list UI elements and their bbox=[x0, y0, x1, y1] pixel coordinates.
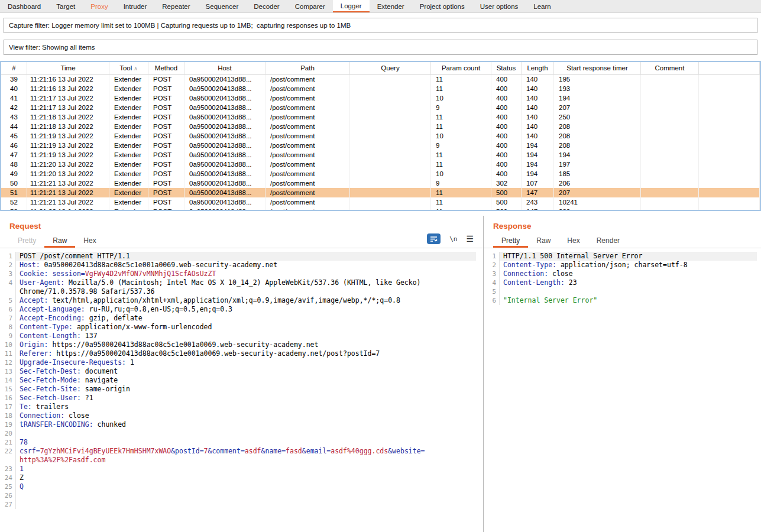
request-editor[interactable]: 1POST /post/comment HTTP/1.12Host: 0a950… bbox=[0, 248, 483, 509]
code-text[interactable]: Host: 0a9500020413d88ac08c5c1e001a0069.w… bbox=[16, 261, 476, 270]
code-text[interactable]: Chrome/71.0.3578.98 Safari/537.36 bbox=[16, 287, 476, 296]
tab-user-options[interactable]: User options bbox=[472, 0, 526, 12]
table-row[interactable]: 4711:21:19 13 Jul 2022ExtenderPOST0a9500… bbox=[1, 150, 760, 160]
column-header-start-response-timer[interactable]: Start response timer bbox=[554, 62, 641, 74]
code-text[interactable]: Content-Length: 23 bbox=[500, 278, 757, 287]
tab-raw[interactable]: Raw bbox=[528, 233, 559, 248]
code-text[interactable]: Cookie: session=VgFWy4D2vMfON7vMNMhjQ1Sc… bbox=[16, 270, 476, 278]
table-row[interactable]: 4111:21:17 13 Jul 2022ExtenderPOST0a9500… bbox=[1, 93, 760, 103]
code-text[interactable]: 78 bbox=[16, 438, 476, 447]
tab-decoder[interactable]: Decoder bbox=[246, 0, 287, 12]
table-cell: Extender bbox=[109, 93, 148, 103]
code-text[interactable]: Accept-Encoding: gzip, deflate bbox=[16, 314, 476, 323]
code-text[interactable]: User-Agent: Mozilla/5.0 (Macintosh; Inte… bbox=[16, 278, 476, 287]
line-number: 15 bbox=[0, 385, 16, 394]
column-header-length[interactable]: Length bbox=[522, 62, 554, 74]
code-line: 3Cookie: session=VgFWy4D2vMfON7vMNMhjQ1S… bbox=[0, 270, 483, 278]
tab-dashboard[interactable]: Dashboard bbox=[0, 0, 48, 12]
code-text[interactable]: Upgrade-Insecure-Requests: 1 bbox=[16, 358, 476, 367]
code-line: 9Content-Length: 137 bbox=[0, 332, 483, 340]
code-line: 14Sec-Fetch-Mode: navigate bbox=[0, 376, 483, 385]
table-row[interactable]: 3911:21:16 13 Jul 2022ExtenderPOST0a9500… bbox=[1, 74, 760, 84]
code-text[interactable]: Content-Type: application/x-www-form-url… bbox=[16, 323, 476, 332]
code-text[interactable]: Content-Type: application/json; charset=… bbox=[500, 261, 757, 270]
table-row[interactable]: 4211:21:17 13 Jul 2022ExtenderPOST0a9500… bbox=[1, 103, 760, 112]
table-row[interactable]: 5311:21:22 13 Jul 2022ExtenderPOST0a9500… bbox=[1, 207, 760, 210]
pretty-print-icon[interactable] bbox=[427, 233, 441, 244]
code-line: 25Q bbox=[0, 482, 483, 491]
code-text[interactable]: Sec-Fetch-Mode: navigate bbox=[16, 376, 476, 385]
code-text[interactable]: tRANSFER-ENCODING: chunked bbox=[16, 420, 476, 429]
column-header-comment[interactable]: Comment bbox=[641, 62, 699, 74]
tab-repeater[interactable]: Repeater bbox=[154, 0, 197, 12]
table-row[interactable]: 4911:21:20 13 Jul 2022ExtenderPOST0a9500… bbox=[1, 169, 760, 179]
code-text[interactable]: Q bbox=[16, 482, 476, 491]
table-row[interactable]: 4611:21:19 13 Jul 2022ExtenderPOST0a9500… bbox=[1, 141, 760, 150]
code-text[interactable]: Referer: https://0a9500020413d88ac08c5c1… bbox=[16, 349, 476, 358]
code-text[interactable]: csrf=7gYzhMCiFvi4gBEyUEEk7HmHSHM7xWAO&po… bbox=[16, 447, 476, 456]
table-cell bbox=[350, 103, 431, 112]
table-row[interactable]: 5011:21:21 13 Jul 2022ExtenderPOST0a9500… bbox=[1, 179, 760, 188]
code-text[interactable] bbox=[16, 500, 476, 509]
code-text[interactable]: Sec-Fetch-Site: same-origin bbox=[16, 385, 476, 394]
response-editor[interactable]: 1HTTP/1.1 500 Internal Server Error2Cont… bbox=[484, 248, 761, 305]
tab-hex[interactable]: Hex bbox=[559, 233, 588, 248]
code-text[interactable] bbox=[500, 287, 757, 296]
code-text[interactable]: http%3A%2F%2Fasdf.com bbox=[16, 456, 476, 465]
code-text[interactable]: "Internal Server Error" bbox=[500, 296, 757, 305]
code-text[interactable] bbox=[16, 491, 476, 500]
tab-learn[interactable]: Learn bbox=[526, 0, 558, 12]
code-text[interactable]: Sec-Fetch-User: ?1 bbox=[16, 394, 476, 403]
column-header-time[interactable]: Time bbox=[27, 62, 109, 74]
code-text[interactable] bbox=[16, 429, 476, 438]
code-text[interactable]: Accept-Language: ru-RU,ru;q=0.8,en-US;q=… bbox=[16, 305, 476, 314]
code-text[interactable]: 1 bbox=[16, 465, 476, 473]
column-header-path[interactable]: Path bbox=[265, 62, 350, 74]
code-text[interactable]: Z bbox=[16, 473, 476, 482]
tab-intruder[interactable]: Intruder bbox=[116, 0, 155, 12]
code-text[interactable]: Te: trailers bbox=[16, 403, 476, 411]
code-text[interactable]: Connection: close bbox=[500, 270, 757, 278]
code-text[interactable]: Sec-Fetch-Dest: document bbox=[16, 367, 476, 376]
tab-hex[interactable]: Hex bbox=[75, 233, 104, 248]
view-filter-bar[interactable]: View filter: Showing all items bbox=[4, 40, 757, 55]
tab-project-options[interactable]: Project options bbox=[412, 0, 472, 12]
tab-target[interactable]: Target bbox=[48, 0, 83, 12]
table-row[interactable]: 4411:21:18 13 Jul 2022ExtenderPOST0a9500… bbox=[1, 122, 760, 131]
table-row[interactable]: 5111:21:21 13 Jul 2022ExtenderPOST0a9500… bbox=[1, 188, 760, 197]
table-row[interactable]: 4311:21:18 13 Jul 2022ExtenderPOST0a9500… bbox=[1, 112, 760, 122]
column-header-tool[interactable]: Tool∧ bbox=[109, 62, 148, 74]
tab-render[interactable]: Render bbox=[588, 233, 628, 248]
code-text[interactable]: POST /post/comment HTTP/1.1 bbox=[16, 252, 476, 261]
capture-filter-bar[interactable]: Capture filter: Logger memory limit set … bbox=[4, 18, 757, 33]
code-text[interactable]: Content-Length: 137 bbox=[16, 332, 476, 340]
tab-comparer[interactable]: Comparer bbox=[287, 0, 333, 12]
code-text[interactable]: HTTP/1.1 500 Internal Server Error bbox=[500, 252, 757, 261]
table-row[interactable]: 4011:21:16 13 Jul 2022ExtenderPOST0a9500… bbox=[1, 84, 760, 93]
editor-menu-icon[interactable]: ☰ bbox=[466, 235, 474, 243]
table-cell: 400 bbox=[491, 103, 522, 112]
newline-toggle-icon[interactable]: \n bbox=[449, 235, 457, 243]
tab-logger[interactable]: Logger bbox=[333, 0, 370, 12]
code-text[interactable]: Connection: close bbox=[16, 411, 476, 420]
tab-pretty[interactable]: Pretty bbox=[493, 233, 528, 248]
code-text[interactable]: Origin: https://0a9500020413d88ac08c5c1e… bbox=[16, 340, 476, 349]
column-header-status[interactable]: Status bbox=[491, 62, 522, 74]
tab-raw[interactable]: Raw bbox=[44, 233, 75, 248]
code-text[interactable]: Accept: text/html,application/xhtml+xml,… bbox=[16, 296, 476, 305]
table-cell: 53 bbox=[1, 207, 27, 210]
table-cell: Extender bbox=[109, 188, 148, 197]
column-header-blank[interactable]: # bbox=[1, 62, 27, 74]
column-header-param-count[interactable]: Param count bbox=[431, 62, 491, 74]
table-row[interactable]: 5211:21:21 13 Jul 2022ExtenderPOST0a9500… bbox=[1, 197, 760, 207]
table-row[interactable]: 4811:21:20 13 Jul 2022ExtenderPOST0a9500… bbox=[1, 160, 760, 169]
tab-sequencer[interactable]: Sequencer bbox=[198, 0, 247, 12]
view-filter-text: View filter: Showing all items bbox=[9, 44, 95, 51]
tab-proxy[interactable]: Proxy bbox=[83, 0, 115, 12]
tab-extender[interactable]: Extender bbox=[370, 0, 412, 12]
column-header-query[interactable]: Query bbox=[350, 62, 431, 74]
line-number: 17 bbox=[0, 403, 16, 411]
table-row[interactable]: 4511:21:19 13 Jul 2022ExtenderPOST0a9500… bbox=[1, 131, 760, 141]
column-header-method[interactable]: Method bbox=[148, 62, 184, 74]
column-header-host[interactable]: Host bbox=[184, 62, 265, 74]
